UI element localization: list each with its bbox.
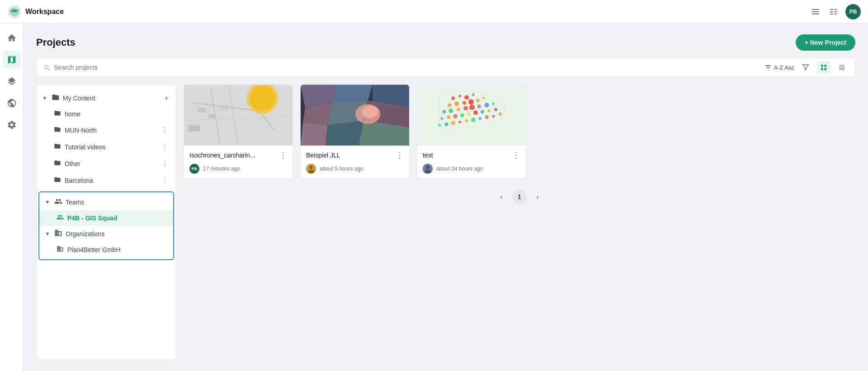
mun-north-label: MUN-North (65, 127, 157, 134)
svg-point-60 (443, 110, 446, 114)
svg-point-74 (481, 110, 484, 114)
svg-point-76 (494, 108, 498, 111)
svg-point-51 (458, 95, 461, 97)
sort-control[interactable]: A-Z Asc (764, 64, 794, 71)
sidebar-icon-settings[interactable] (3, 116, 21, 134)
new-project-button[interactable]: + New Project (796, 34, 855, 51)
organizations-row[interactable]: ▼ Organizations (39, 226, 173, 242)
user-avatar[interactable]: PB (845, 4, 861, 19)
folder-icon (53, 176, 62, 185)
project-title-row: Beispiel JLL ⋮ (306, 150, 404, 160)
mun-north-more-button[interactable]: ⋮ (160, 125, 170, 135)
search-input[interactable] (54, 64, 761, 71)
other-more-button[interactable]: ⋮ (160, 158, 170, 169)
svg-point-53 (472, 93, 475, 96)
svg-point-75 (488, 109, 491, 112)
project-more-button[interactable]: ⋮ (396, 150, 404, 160)
project-card[interactable]: Isochrones_carsharin... ⋮ PB 17 minutes … (184, 84, 293, 179)
teams-chevron: ▼ (45, 199, 51, 205)
tree-item-tutorial-videos[interactable]: Tutorial videos ⋮ (37, 138, 176, 155)
project-title: Beispiel JLL (306, 152, 340, 159)
svg-rect-49 (417, 85, 526, 146)
svg-point-78 (444, 123, 448, 126)
svg-point-61 (448, 109, 453, 113)
svg-point-71 (460, 114, 464, 117)
folder-tree: ▼ My Content + home (36, 84, 176, 360)
app-logo-icon (7, 5, 22, 19)
bottom-section: ▼ My Content + home (36, 84, 855, 360)
svg-rect-15 (824, 68, 826, 70)
topbar: Workspace PB (0, 0, 868, 24)
svg-point-82 (471, 118, 476, 122)
folder-icon (53, 109, 62, 119)
svg-point-65 (477, 105, 481, 108)
list-view-icon[interactable] (809, 5, 822, 18)
svg-rect-8 (834, 9, 837, 10)
svg-marker-40 (301, 123, 328, 146)
svg-rect-4 (812, 14, 819, 14)
grid-view-button[interactable] (817, 61, 830, 74)
project-card[interactable]: Beispiel JLL ⋮ (300, 84, 410, 179)
sidebar-icon-globe[interactable] (3, 94, 21, 112)
teams-row[interactable]: ▼ Teams (39, 194, 173, 210)
project-card-info: Isochrones_carsharin... ⋮ PB 17 minutes … (184, 146, 292, 178)
svg-point-70 (453, 114, 458, 119)
project-avatar (423, 164, 433, 174)
prev-page-button[interactable]: ‹ (494, 190, 509, 204)
project-avatar (306, 164, 316, 174)
next-page-button[interactable]: › (530, 190, 545, 204)
svg-point-56 (462, 101, 466, 105)
svg-rect-14 (821, 68, 823, 70)
project-more-button[interactable]: ⋮ (512, 150, 520, 160)
folder-icon (53, 143, 62, 152)
tree-item-home[interactable]: home (37, 106, 176, 122)
svg-point-83 (479, 117, 481, 120)
plan4better-label: Plan4Better GmbH (67, 246, 168, 253)
svg-point-84 (485, 115, 489, 119)
project-avatar: PB (189, 164, 199, 174)
folder-icon (53, 126, 62, 135)
content-area: Projects + New Project A-Z Asc (24, 24, 868, 371)
svg-point-66 (485, 103, 489, 107)
tutorial-videos-label: Tutorial videos (65, 143, 157, 151)
tree-item-other[interactable]: Other ⋮ (37, 155, 176, 172)
svg-rect-13 (824, 65, 826, 67)
tutorial-videos-more-button[interactable]: ⋮ (160, 142, 170, 152)
team-icon (56, 214, 65, 223)
project-card-info: test ⋮ (417, 146, 526, 178)
svg-rect-7 (830, 14, 833, 14)
home-folder-label: home (65, 110, 170, 118)
svg-point-54 (448, 103, 451, 107)
tree-item-p4b-gis-squad[interactable]: P4B - GIS Squad (39, 210, 173, 226)
my-content-row[interactable]: ▼ My Content + (37, 90, 176, 106)
topbar-right: PB (809, 4, 861, 19)
svg-point-52 (464, 95, 469, 100)
my-content-label: My Content (63, 95, 160, 102)
topbar-logo: Workspace (7, 5, 64, 19)
add-content-button[interactable]: + (163, 93, 170, 103)
sidebar-icon-home[interactable] (3, 29, 21, 47)
filter-button[interactable] (799, 61, 812, 74)
svg-rect-10 (834, 14, 837, 14)
project-time: 17 minutes ago (203, 166, 240, 172)
barcelona-more-button[interactable]: ⋮ (160, 175, 170, 186)
project-more-button[interactable]: ⋮ (279, 150, 287, 160)
tree-item-barcelona[interactable]: Barcelona ⋮ (37, 172, 176, 189)
sidebar-icon-layers[interactable] (3, 72, 21, 90)
list-view-button[interactable] (835, 61, 849, 74)
svg-point-50 (451, 96, 455, 100)
folder-icon (53, 159, 62, 168)
page-1-button[interactable]: 1 (512, 190, 527, 204)
map-image (301, 85, 409, 146)
sidebar-icon-map[interactable] (3, 51, 21, 69)
sidebar-icons (0, 24, 24, 371)
menu-icon[interactable] (827, 5, 840, 18)
svg-point-89 (425, 170, 431, 173)
project-card[interactable]: test ⋮ (417, 84, 526, 179)
projects-grid: Isochrones_carsharin... ⋮ PB 17 minutes … (184, 84, 855, 179)
teams-icon (54, 197, 63, 207)
teams-label: Teams (66, 199, 168, 206)
tree-item-mun-north[interactable]: MUN-North ⋮ (37, 122, 176, 138)
project-meta: PB 17 minutes ago (189, 164, 287, 174)
tree-item-plan4better[interactable]: Plan4Better GmbH (39, 242, 173, 257)
